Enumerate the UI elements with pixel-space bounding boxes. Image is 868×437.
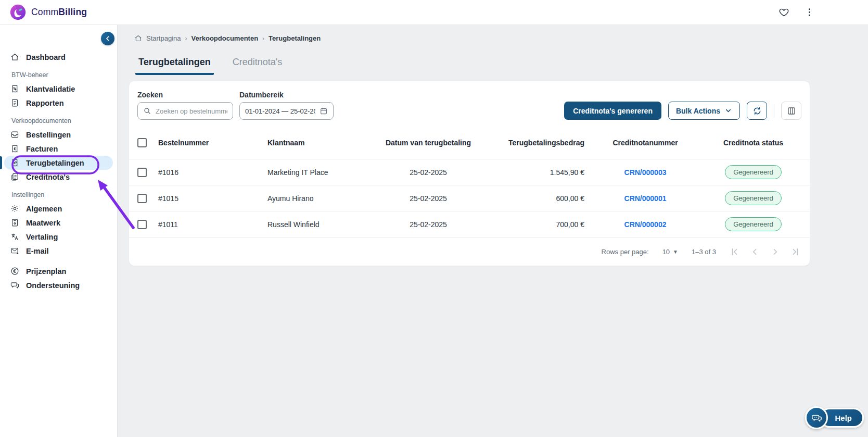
search-input[interactable] [156,107,227,115]
euro-circle-icon [10,267,19,276]
last-page-icon[interactable] [790,247,800,257]
sidebar-item-klantvalidatie[interactable]: Klantvalidatie [4,82,113,96]
brand-swirl-icon [9,4,27,21]
date-range-field: Datumbereik 01-01-2024 — 25-02-2025 [239,91,334,120]
sidebar-item-maatwerk[interactable]: Maatwerk [4,216,113,230]
sidebar-item-facturen[interactable]: Facturen [4,142,113,156]
sidebar-item-label: E-mail [26,247,49,255]
chevron-left-icon [104,35,111,42]
sidebar-item-creditnotas[interactable]: Creditnota's [4,170,113,184]
refresh-button[interactable] [747,102,767,120]
refund-date: 25-02-2025 [368,220,488,229]
sidebar-item-label: Ondersteuning [26,281,80,290]
document-icon [10,98,19,107]
col-status: Creditnota status [705,139,801,147]
receipt-percent-icon [10,84,19,93]
sidebar-item-label: Creditnota's [26,173,70,181]
credit-note-link[interactable]: CRN/000002 [585,220,705,229]
order-number: #1016 [158,168,267,177]
pagination-range: 1–3 of 3 [692,248,716,256]
date-range-label: Datumbereik [239,91,334,99]
gear-icon [10,204,19,213]
refunds-card: Zoeken Datumbereik 01-01-2024 — 25-02-20… [129,81,810,266]
search-label: Zoeken [137,91,233,99]
row-checkbox[interactable] [137,168,147,177]
col-creditnotanummer: Creditnotanummer [585,139,705,147]
sidebar-item-label: Algemeen [26,205,62,213]
brand-bold: Billing [58,7,87,17]
sidebar-section-verkoop: Verkoopdocumenten [0,117,117,124]
breadcrumb-separator: › [185,35,187,42]
sidebar-item-algemeen[interactable]: Algemeen [4,202,113,216]
breadcrumb-item-startpagina[interactable]: Startpagina [146,34,181,42]
table-header: Bestelnummer Klantnaam Datum van terugbe… [129,126,810,159]
sidebar-item-terugbetalingen[interactable]: Terugbetalingen [4,156,113,170]
favorites-heart-icon[interactable] [778,7,789,18]
sidebar-item-prijzenplan[interactable]: Prijzenplan [4,264,113,278]
search-input-box[interactable] [137,102,233,120]
refund-amount: 600,00 € [488,194,585,203]
refund-amount: 1.545,90 € [488,168,585,177]
order-number: #1011 [158,220,267,229]
sidebar-item-label: Terugbetalingen [26,159,84,167]
breadcrumb: Startpagina › Verkoopdocumenten › Terugb… [118,25,868,42]
select-all-checkbox[interactable] [137,138,147,147]
order-number: #1015 [158,194,267,203]
date-range-input[interactable]: 01-01-2024 — 25-02-2025 [239,102,334,120]
columns-icon [787,106,796,116]
first-page-icon[interactable] [730,247,739,257]
chevron-down-icon [724,107,732,115]
refund-receipt-icon [10,158,19,167]
rows-per-page-label: Rows per page: [602,248,649,256]
sidebar-item-label: Vertaling [26,233,58,241]
row-checkbox[interactable] [137,194,147,203]
table-row: #1011 Russell Winfield 25-02-2025 700,00… [129,211,810,238]
col-bestelnummer: Bestelnummer [158,139,267,147]
mail-gear-icon [10,246,19,255]
credit-note-link[interactable]: CRN/000001 [585,194,705,203]
sidebar-item-vertaling[interactable]: Vertaling [4,230,113,244]
table-row: #1015 Ayumu Hirano 25-02-2025 600,00 € C… [129,185,810,211]
tab-creditnotas[interactable]: Creditnota's [229,54,285,75]
breadcrumb-home-icon [134,34,142,42]
row-checkbox[interactable] [137,220,147,229]
search-field: Zoeken [137,91,233,120]
sidebar: Dashboard BTW-beheer Klantvalidatie Rapp… [0,25,118,437]
help-button[interactable]: Help [805,406,864,429]
rows-per-page-select[interactable]: 10 ▼ [662,248,678,256]
sidebar-item-ondersteuning[interactable]: Ondersteuning [4,278,113,292]
sidebar-item-bestellingen[interactable]: Bestellingen [4,128,113,142]
credit-note-icon [10,172,19,181]
tab-bar: Terugbetalingen Creditnota's [118,54,868,75]
breadcrumb-item-verkoopdocumenten[interactable]: Verkoopdocumenten [192,34,259,42]
generate-credit-notes-button[interactable]: Creditnota's genereren [564,102,661,120]
sidebar-item-label: Dashboard [26,53,66,61]
column-settings-button[interactable] [781,102,801,120]
sidebar-collapse-button[interactable] [101,32,114,45]
app-logo[interactable]: CommBilling [9,4,87,21]
breadcrumb-separator: › [262,35,264,42]
customer-name: Ayumu Hirano [267,194,368,203]
bulk-actions-button[interactable]: Bulk Actions [668,102,740,120]
col-datum: Datum van terugbetaling [368,139,488,147]
refund-date: 25-02-2025 [368,168,488,177]
sidebar-item-email[interactable]: E-mail [4,244,113,258]
col-klantnaam: Klantnaam [267,139,368,147]
date-range-value: 01-01-2024 — 25-02-2025 [245,107,315,115]
breadcrumb-item-terugbetalingen: Terugbetalingen [269,34,321,42]
sidebar-item-rapporten[interactable]: Rapporten [4,96,113,110]
kebab-menu-icon[interactable] [804,7,815,18]
sidebar-item-label: Rapporten [26,99,64,107]
credit-note-link[interactable]: CRN/000003 [585,168,705,177]
sync-icon [752,106,762,116]
help-label: Help [835,414,852,422]
sidebar-item-label: Prijzenplan [26,267,66,276]
sidebar-item-dashboard[interactable]: Dashboard [4,50,113,64]
sidebar-item-label: Facturen [26,145,58,153]
select-caret-icon: ▼ [673,249,678,255]
invoice-euro-icon [10,144,19,153]
next-page-icon[interactable] [770,247,780,257]
tab-terugbetalingen[interactable]: Terugbetalingen [135,54,214,75]
main-content: Startpagina › Verkoopdocumenten › Terugb… [118,25,868,437]
prev-page-icon[interactable] [750,247,760,257]
